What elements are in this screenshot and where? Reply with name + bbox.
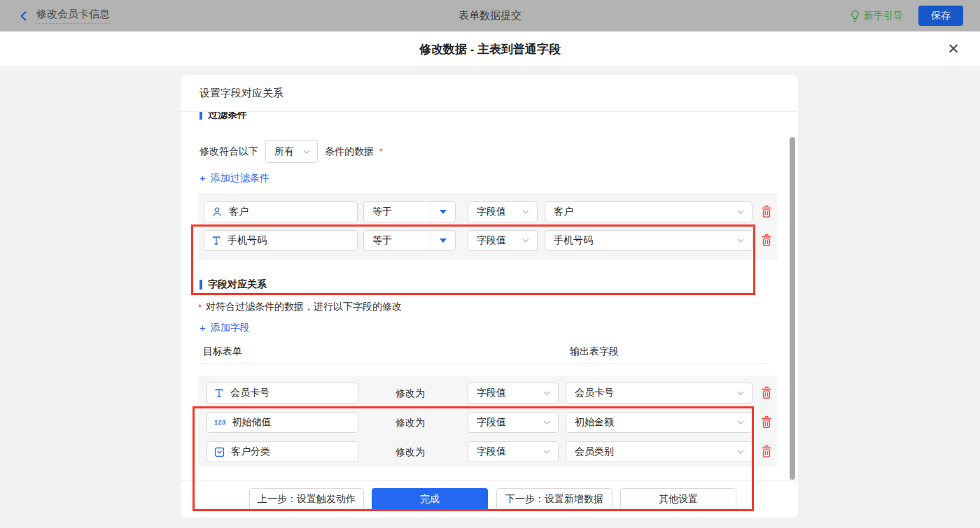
filter-row: 客户 等于 字段值 客户 — [198, 201, 777, 222]
plus-icon: + — [200, 323, 206, 333]
chevron-down-icon — [522, 208, 530, 216]
filter-field-select[interactable]: 手机号码 — [204, 230, 358, 251]
filter-value-select[interactable]: 手机号码 — [545, 230, 752, 251]
filter-operator-select[interactable]: 等于 — [363, 201, 456, 222]
delete-row-icon[interactable] — [760, 205, 773, 219]
match-mode-select[interactable]: 所有 — [265, 140, 318, 163]
other-settings-button[interactable]: 其他设置 — [620, 488, 736, 511]
chevron-down-icon — [736, 448, 745, 456]
mapping-field-select[interactable]: 123 初始储值 — [206, 412, 358, 433]
mapping-value-select[interactable]: 会员类别 — [566, 441, 752, 462]
mapping-field-label: 客户分类 — [231, 445, 270, 458]
mapping-field-select[interactable]: 客户分类 — [206, 441, 358, 462]
mapping-section-title: 字段对应关系 — [208, 278, 267, 291]
filter-value-type: 字段值 — [477, 206, 506, 218]
add-field-link[interactable]: + 添加字段 — [200, 322, 250, 334]
section-marker-bar — [200, 280, 202, 290]
filter-field-label: 客户 — [229, 206, 248, 218]
mapping-section-heading: 字段对应关系 — [200, 279, 798, 290]
top-bar: 修改会员卡信息 表单数据提交 新手引导 保存 — [0, 0, 980, 31]
delete-row-icon[interactable] — [760, 445, 773, 459]
filter-value-select[interactable]: 客户 — [545, 201, 752, 222]
chevron-down-icon — [736, 208, 745, 216]
filter-section-title: 过滤条件 — [208, 112, 247, 121]
divider — [430, 202, 431, 222]
add-filter-condition-link[interactable]: + 添加过滤条件 — [200, 172, 270, 185]
done-button[interactable]: 完成 — [372, 488, 488, 511]
plus-icon: + — [200, 173, 206, 183]
filter-section-heading: 过滤条件 — [200, 112, 798, 120]
modal-header: 修改数据 - 主表到普通字段 ✕ — [0, 31, 980, 66]
match-suffix-label: 条件的数据 — [325, 145, 374, 158]
beginner-guide-button[interactable]: 新手引导 — [850, 10, 903, 22]
filter-operator-select[interactable]: 等于 — [363, 230, 456, 251]
filter-operator-value: 等于 — [364, 206, 392, 218]
column-header-target-form: 目标表单 — [203, 345, 242, 355]
chevron-down-icon — [736, 418, 745, 427]
user-icon — [211, 206, 223, 217]
lightbulb-icon — [850, 10, 860, 22]
mapping-description: 对符合过滤条件的数据，进行以下字段的修改 — [206, 301, 402, 313]
mapping-value-type-select[interactable]: 字段值 — [468, 412, 559, 433]
mapping-value: 初始金额 — [575, 416, 614, 429]
mapping-value-select[interactable]: 初始金额 — [566, 412, 752, 433]
required-asterisk: * — [379, 146, 383, 157]
mapping-field-label: 初始储值 — [232, 416, 272, 429]
text-field-icon — [214, 388, 224, 398]
divider — [200, 363, 766, 364]
card-footer: 上一步：设置触发动作 完成 下一步：设置新增数据 其他设置 — [181, 480, 798, 517]
filter-operator-value: 等于 — [364, 234, 392, 247]
delete-row-icon[interactable] — [760, 234, 773, 248]
mapping-field-select[interactable]: 会员卡号 — [206, 383, 358, 404]
mapping-value: 会员类别 — [575, 445, 614, 458]
filter-value-type-select[interactable]: 字段值 — [468, 230, 538, 251]
mapping-value-type-select[interactable]: 字段值 — [468, 383, 559, 404]
mapping-rows-panel: 会员卡号 修改为 字段值 会员卡号 — [198, 376, 777, 466]
prev-step-button[interactable]: 上一步：设置触发动作 — [249, 488, 364, 511]
column-header-output-field: 输出表字段 — [570, 345, 619, 355]
modify-to-label: 修改为 — [396, 412, 425, 433]
text-field-icon — [211, 236, 221, 245]
chevron-down-icon — [522, 236, 530, 245]
filter-row: 手机号码 等于 字段值 手机号码 — [198, 230, 777, 251]
mapping-column-headers: 目标表单 输出表字段 — [200, 345, 798, 355]
mapping-row: 123 初始储值 修改为 字段值 初始金额 — [198, 412, 777, 433]
filter-value-type: 字段值 — [477, 234, 506, 247]
filter-value-type-select[interactable]: 字段值 — [468, 201, 538, 222]
triangle-down-icon — [440, 210, 447, 214]
mapping-value: 会员卡号 — [575, 387, 614, 399]
divider — [430, 231, 431, 250]
beginner-guide-label: 新手引导 — [864, 10, 903, 22]
chevron-down-icon — [542, 448, 551, 456]
mapping-value-type-select[interactable]: 字段值 — [468, 441, 559, 462]
filter-field-select[interactable]: 客户 — [204, 201, 358, 222]
delete-row-icon[interactable] — [760, 415, 773, 429]
filter-rows-panel: 客户 等于 字段值 客户 — [198, 193, 777, 260]
chevron-down-icon — [736, 236, 745, 245]
next-step-button[interactable]: 下一步：设置新增数据 — [496, 488, 612, 511]
save-button[interactable]: 保存 — [918, 6, 963, 26]
triangle-down-icon — [440, 238, 447, 243]
mapping-description-row: * 对符合过滤条件的数据，进行以下字段的修改 — [200, 302, 798, 312]
match-mode-value: 所有 — [274, 145, 294, 158]
mapping-value-type: 字段值 — [477, 387, 506, 399]
mapping-row: 客户分类 修改为 字段值 会员类别 — [198, 441, 777, 462]
required-asterisk: * — [198, 302, 202, 313]
page-title: 表单数据提交 — [0, 9, 980, 22]
modify-to-label: 修改为 — [396, 383, 425, 404]
dropdown-field-icon — [214, 447, 225, 457]
delete-row-icon[interactable] — [760, 386, 773, 400]
close-icon[interactable]: ✕ — [944, 39, 963, 59]
number-icon: 123 — [214, 419, 226, 426]
modify-to-label: 修改为 — [396, 441, 425, 462]
chevron-down-icon — [302, 148, 311, 156]
match-condition-row: 修改符合以下 所有 条件的数据 * — [200, 140, 798, 163]
section-marker-bar — [200, 112, 202, 120]
filter-field-label: 手机号码 — [227, 234, 267, 247]
vertical-scrollbar[interactable] — [790, 137, 795, 480]
modal-body: 设置字段对应关系 过滤条件 修改符合以下 所有 条件的数据 * — [0, 67, 980, 528]
mapping-value-select[interactable]: 会员卡号 — [566, 383, 752, 404]
add-field-label: 添加字段 — [211, 322, 250, 334]
filter-value: 手机号码 — [554, 234, 593, 247]
mapping-row: 会员卡号 修改为 字段值 会员卡号 — [198, 383, 777, 404]
